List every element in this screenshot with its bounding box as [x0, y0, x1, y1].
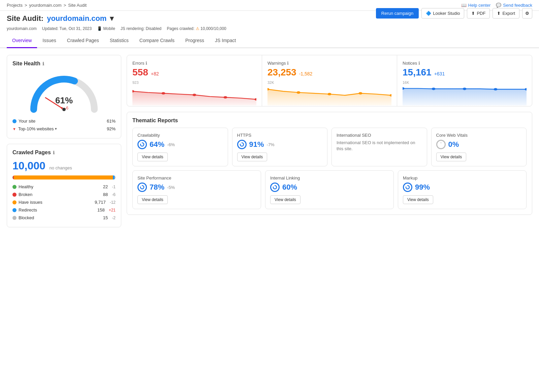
nav-tab-progress[interactable]: Progress — [180, 34, 210, 48]
meta-js: JS rendering: Disabled — [121, 26, 161, 31]
bar-blocked — [115, 175, 116, 179]
view-details-button[interactable]: View details — [436, 153, 467, 161]
crawled-legend-item: Redirects 158 +21 — [12, 206, 116, 214]
errors-value: 558 — [132, 67, 148, 78]
report-name: Site Performance — [137, 175, 256, 181]
svg-point-18 — [240, 143, 244, 146]
score-circle-icon — [237, 140, 247, 149]
meta-updated: Updated: Tue, Oct 31, 2023 — [42, 26, 92, 31]
legend-dot — [12, 200, 17, 204]
domain-link[interactable]: yourdomain.com — [47, 14, 106, 23]
errors-info-icon[interactable]: ℹ — [146, 61, 147, 66]
settings-button[interactable]: ⚙ — [522, 8, 532, 19]
view-details-button[interactable]: View details — [403, 195, 433, 204]
report-name: Markup — [403, 175, 521, 181]
crawled-legend-item: Broken 88 -6 — [12, 191, 116, 198]
report-score: International SEO is not implemented on … — [337, 140, 422, 152]
meta-bar: yourdomain.com Updated: Tue, Oct 31, 202… — [0, 25, 539, 34]
domain-dropdown[interactable]: ▾ — [110, 14, 114, 23]
nav-tab-compare-crawls[interactable]: Compare Crawls — [134, 34, 180, 48]
crawled-legend-item: Have issues 9,717 -12 — [12, 198, 116, 206]
notices-label: Notices ℹ — [403, 61, 527, 66]
view-details-button[interactable]: View details — [137, 195, 168, 204]
thematic-reports-card: Thematic Reports Crawlability 64% -6% Vi… — [127, 112, 532, 215]
legend-item-label: Redirects — [19, 207, 37, 213]
nav-tab-js-impact[interactable]: JS Impact — [210, 34, 241, 48]
send-feedback-link[interactable]: 💬 Send feedback — [496, 3, 532, 8]
score-circle-icon — [137, 183, 147, 192]
pdf-icon: ⬆ — [471, 11, 475, 16]
notices-value: 15,161 — [403, 67, 432, 78]
nav-tab-statistics[interactable]: Statistics — [104, 34, 134, 48]
view-details-button[interactable]: View details — [137, 153, 168, 161]
view-details-button[interactable]: View details — [237, 153, 267, 161]
score-value: 64% — [150, 140, 164, 149]
crawled-count: 10,000 — [12, 160, 45, 172]
score-value: 78% — [150, 183, 164, 192]
looker-studio-button[interactable]: 🔷 Looker Studio — [421, 8, 464, 19]
report-card-internal-linking: Internal Linking 60% View details — [265, 170, 394, 209]
nav-tab-crawled-pages[interactable]: Crawled Pages — [62, 34, 104, 48]
meta-pages: Pages crawled: ⚠ 10,000/10,000 — [167, 26, 226, 31]
svg-point-8 — [296, 91, 300, 94]
legend-item-value: 22 — [103, 184, 108, 189]
nav-tab-issues[interactable]: Issues — [37, 34, 61, 48]
site-health-info-icon[interactable]: ℹ — [42, 61, 44, 66]
svg-point-10 — [358, 92, 362, 94]
circle-progress-svg — [405, 185, 410, 190]
legend-dot — [12, 185, 17, 189]
site-health-legend: Your site 61% ▼ Top-10% websites ▾ 92% — [12, 117, 116, 133]
svg-point-22 — [406, 186, 409, 189]
report-score: 78% -5% — [137, 183, 256, 192]
rerun-button[interactable]: Rerun campaign — [376, 8, 419, 19]
bar-issues — [14, 175, 113, 179]
crawled-pages-info-icon[interactable]: ℹ — [53, 150, 55, 155]
score-value: 0% — [448, 140, 459, 149]
report-score: 99% — [403, 183, 521, 192]
legend-top10: ▼ Top-10% websites ▾ 92% — [12, 125, 116, 133]
breadcrumb-projects[interactable]: Projects — [7, 3, 23, 8]
nav-tab-overview[interactable]: Overview — [7, 34, 37, 48]
circle-progress-svg — [239, 142, 245, 147]
report-name: Core Web Vitals — [436, 133, 522, 138]
help-center-link[interactable]: 📖 Help center — [461, 3, 490, 8]
legend-item-delta: -2 — [112, 216, 116, 220]
crawled-legend: Healthy 22 -1 Broken 88 -6 Have issues 9… — [12, 183, 116, 222]
view-details-button[interactable]: View details — [270, 195, 300, 204]
report-card-https: HTTPS 91% -7% View details — [232, 128, 328, 166]
score-value: 60% — [282, 183, 297, 192]
feedback-icon: 💬 — [496, 3, 501, 8]
warnings-label: Warnings ℹ — [267, 61, 391, 66]
gauge-text: 61% ▼ -6 — [55, 95, 73, 110]
warnings-info-icon[interactable]: ℹ — [287, 61, 289, 66]
breadcrumb-page: Site Audit — [68, 3, 87, 8]
svg-point-14 — [463, 88, 466, 90]
circle-progress-svg — [438, 142, 444, 147]
svg-point-20 — [140, 186, 144, 189]
warnings-delta: -1,582 — [299, 71, 313, 76]
export-button[interactable]: ⬆ Export — [493, 8, 519, 19]
report-score: 91% -7% — [237, 140, 323, 149]
errors-chart-svg — [132, 85, 256, 105]
report-name: HTTPS — [237, 133, 323, 138]
gauge-percentage: 61% — [55, 95, 73, 105]
report-name: Internal Linking — [270, 175, 389, 181]
notices-info-icon[interactable]: ℹ — [418, 61, 420, 66]
breadcrumb-domain[interactable]: yourdomain.com — [29, 3, 62, 8]
legend-item-value: 88 — [103, 192, 108, 197]
header-controls: Rerun campaign 🔷 Looker Studio ⬆ PDF ⬆ E… — [376, 8, 532, 19]
warnings-chart-svg — [267, 85, 391, 105]
legend-dot — [12, 216, 17, 220]
report-score: 60% — [270, 183, 389, 192]
report-card-international-seo: International SEO International SEO is n… — [331, 128, 427, 166]
meta-domain: yourdomain.com — [7, 26, 37, 31]
pdf-button[interactable]: ⬆ PDF — [467, 8, 490, 19]
report-card-site-performance: Site Performance 78% -5% View details — [132, 170, 261, 209]
legend-item-label: Healthy — [19, 184, 33, 189]
warnings-metric: Warnings ℹ 23,253 -1,582 32K — [262, 55, 397, 106]
legend-item-delta: -12 — [110, 200, 116, 205]
metrics-row: Errors ℹ 558 +82 923 — [127, 55, 532, 106]
top10-dropdown-arrow[interactable]: ▾ — [55, 127, 57, 131]
main-content: Site Health ℹ 61% ▼ -6 — [0, 48, 539, 234]
score-circle-icon — [436, 140, 446, 149]
